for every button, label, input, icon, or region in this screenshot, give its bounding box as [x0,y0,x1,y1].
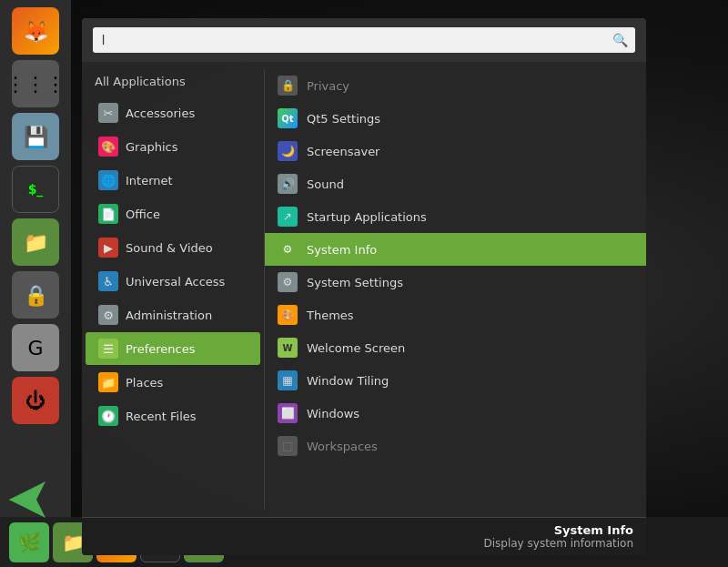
app-label-welcome-screen: Welcome Screen [307,341,405,355]
status-bar: System Info Display system information [82,517,646,555]
app-item-startup-apps[interactable]: ↗ Startup Applications [265,200,646,233]
app-item-welcome-screen[interactable]: W Welcome Screen [265,331,646,364]
search-icon: 🔍 [612,33,628,47]
search-input[interactable] [93,27,635,53]
app-item-themes[interactable]: 🎨 Themes [265,299,646,331]
app-label-startup-apps: Startup Applications [307,210,427,224]
cat-label-recent-files: Recent Files [126,410,197,423]
preferences-icon: ☰ [98,339,118,359]
sound-video-icon: ▶ [98,238,118,258]
workspaces-icon: ⬚ [278,436,298,456]
bottom-mint-button[interactable]: 🌿 [9,522,49,562]
cat-label-preferences: Preferences [126,342,195,356]
taskbar-apps-button[interactable]: ⋮⋮⋮ [12,60,59,107]
taskbar-firefox-button[interactable]: 🦊 [12,7,59,55]
cat-item-accessories[interactable]: ✂ Accessories [86,96,260,129]
cat-label-universal-access: Universal Access [126,275,225,289]
window-tiling-icon: ▦ [278,370,298,390]
app-label-privacy: Privacy [307,79,349,93]
green-arrow [9,481,64,521]
privacy-icon: 🔒 [278,76,298,96]
windows-icon: ⬜ [278,403,298,423]
categories-column: All Applications ✂ Accessories 🎨 Graphic… [82,62,264,517]
universal-access-icon: ♿ [98,271,118,291]
app-item-sound[interactable]: 🔊 Sound [265,167,646,200]
cat-label-internet: Internet [126,174,173,187]
cat-item-universal-access[interactable]: ♿ Universal Access [86,265,260,298]
cat-label-accessories: Accessories [126,106,195,120]
apps-column: 🔒 Privacy Qt Qt5 Settings 🌙 Screensaver … [265,62,646,517]
app-label-workspaces: Workspaces [307,440,378,453]
places-icon: 📁 [98,372,118,392]
search-bar: 🔍 [82,18,646,62]
app-item-window-tiling[interactable]: ▦ Window Tiling [265,364,646,397]
themes-icon: 🎨 [278,305,298,325]
app-label-screensaver: Screensaver [307,145,379,158]
cat-item-graphics[interactable]: 🎨 Graphics [86,130,260,163]
administration-icon: ⚙ [98,305,118,325]
app-label-sound: Sound [307,177,344,191]
app-item-qt5-settings[interactable]: Qt Qt5 Settings [265,102,646,135]
categories-header: All Applications [82,69,264,96]
cat-label-graphics: Graphics [126,140,177,154]
cat-label-places: Places [126,376,163,390]
startup-apps-icon: ↗ [278,207,298,227]
cat-item-internet[interactable]: 🌐 Internet [86,164,260,197]
search-container: 🔍 [93,27,635,53]
cat-item-sound-video[interactable]: ▶ Sound & Video [86,231,260,264]
app-item-workspaces[interactable]: ⬚ Workspaces [265,430,646,462]
status-app-desc: Display system information [95,537,633,550]
welcome-screen-icon: W [278,338,298,358]
app-label-window-tiling: Window Tiling [307,374,389,388]
system-settings-icon: ⚙ [278,272,298,292]
taskbar-gimp-button[interactable]: G [12,324,59,371]
taskbar-files-button[interactable]: 📁 [12,218,59,266]
screensaver-icon: 🌙 [278,141,298,161]
menu-content: All Applications ✂ Accessories 🎨 Graphic… [82,62,646,517]
graphics-icon: 🎨 [98,137,118,157]
taskbar-lock-button[interactable]: 🔒 [12,271,59,319]
app-menu-panel: 🔍 All Applications ✂ Accessories 🎨 Graph… [82,18,646,555]
cat-item-office[interactable]: 📄 Office [86,197,260,230]
cat-item-administration[interactable]: ⚙ Administration [86,299,260,331]
cat-label-sound-video: Sound & Video [126,241,213,255]
app-label-themes: Themes [307,309,354,322]
app-item-system-info[interactable]: ⚙ System Info [265,233,646,266]
cat-label-office: Office [126,208,160,221]
office-icon: 📄 [98,204,118,224]
recent-files-icon: 🕐 [98,406,118,426]
sound-icon: 🔊 [278,174,298,194]
cat-item-places[interactable]: 📁 Places [86,366,260,399]
app-label-windows: Windows [307,407,359,420]
qt5-icon: Qt [278,108,298,128]
internet-icon: 🌐 [98,170,118,190]
taskbar-storage-button[interactable]: 💾 [12,113,59,160]
app-label-qt5: Qt5 Settings [307,112,380,126]
app-item-screensaver[interactable]: 🌙 Screensaver [265,135,646,167]
system-info-icon: ⚙ [278,239,298,259]
cat-item-recent-files[interactable]: 🕐 Recent Files [86,400,260,432]
cat-label-administration: Administration [126,309,212,322]
accessories-icon: ✂ [98,103,118,123]
app-item-windows[interactable]: ⬜ Windows [265,397,646,430]
app-label-system-settings: System Settings [307,276,403,289]
taskbar-power-button[interactable]: ⏻ [12,377,59,424]
taskbar-terminal-button[interactable]: $_ [12,166,59,213]
svg-marker-1 [9,486,59,513]
app-item-privacy[interactable]: 🔒 Privacy [265,69,646,102]
app-item-system-settings[interactable]: ⚙ System Settings [265,266,646,299]
app-label-system-info: System Info [307,243,377,257]
status-app-name: System Info [95,523,633,537]
cat-item-preferences[interactable]: ☰ Preferences [86,332,260,365]
